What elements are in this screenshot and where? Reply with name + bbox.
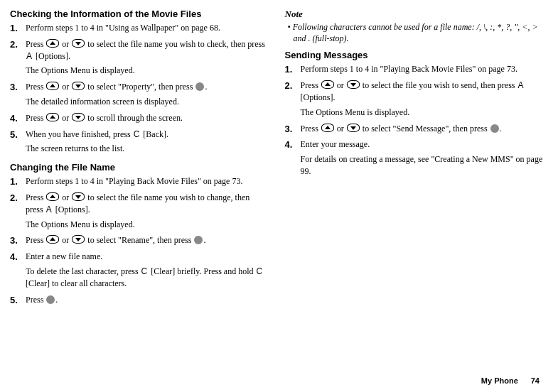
up-key-icon	[46, 192, 59, 201]
down-key-icon	[347, 124, 360, 132]
heading-changing-filename: Changing the File Name	[10, 162, 269, 173]
note-heading: Note	[285, 9, 544, 20]
steps-checking-info: Perform steps 1 to 4 in "Using as Wallpa…	[10, 22, 269, 155]
steps-sending-messages: Perform steps 1 to 4 in "Playing Back Mo…	[285, 63, 544, 177]
step-text: Press	[26, 295, 45, 305]
right-column: Note • Following characters cannot be us…	[285, 7, 544, 312]
step-1: Perform steps 1 to 4 in "Playing Back Mo…	[26, 175, 269, 187]
softkey-c: C	[141, 266, 148, 276]
step-text: to select "Send Message", then press	[360, 124, 490, 134]
step-text: [Options].	[301, 92, 336, 102]
step-text: to select "Property", then press	[85, 82, 195, 92]
center-key-icon	[195, 82, 204, 91]
step-text: or	[60, 39, 71, 49]
step-text: Press	[26, 39, 45, 49]
step-text: .	[203, 235, 205, 245]
step-text: Perform steps 1 to 4 in "Playing Back Mo…	[26, 176, 242, 186]
step-5: When you have finished, press C [Back]. …	[26, 129, 269, 156]
softkey-a: A	[46, 205, 52, 214]
step-text: [Clear] briefly. Press and hold	[149, 266, 255, 276]
up-key-icon	[46, 235, 59, 244]
step-text: [Options].	[33, 51, 70, 61]
down-key-icon	[72, 113, 85, 121]
step-text: Enter a new file name.	[26, 251, 102, 261]
note-text: Following characters cannot be used for …	[293, 22, 538, 43]
step-text: When you have finished, press	[26, 129, 133, 139]
step-text: Press	[26, 82, 45, 92]
step-text: Press	[26, 192, 45, 202]
step-sub: For details on creating a message, see "…	[301, 153, 544, 178]
note-bullet: •	[288, 22, 293, 32]
heading-checking-info: Checking the Information of the Movie Fi…	[10, 9, 269, 19]
down-key-icon	[72, 39, 85, 48]
step-text: Perform steps 1 to 4 in "Playing Back Mo…	[301, 64, 517, 74]
step-text: or	[60, 192, 71, 202]
step-2: Press or to select the file name you wis…	[26, 38, 269, 77]
step-text: or	[60, 235, 71, 245]
step-5: Press .	[26, 294, 269, 306]
center-key-icon	[490, 124, 499, 133]
step-4: Press or to scroll through the screen.	[26, 112, 269, 124]
step-text: or	[60, 82, 71, 92]
up-key-icon	[321, 124, 334, 132]
step-sub: The screen returns to the list.	[26, 143, 269, 155]
steps-changing-filename: Perform steps 1 to 4 in "Playing Back Mo…	[10, 175, 269, 305]
up-key-icon	[321, 80, 334, 89]
step-text: Press	[301, 124, 321, 134]
footer-page-number: 74	[531, 376, 540, 385]
step-text: Press	[26, 235, 45, 245]
footer-section: My Phone	[481, 376, 518, 385]
step-3: Press or to select "Property", then pres…	[26, 81, 269, 108]
down-key-icon	[72, 192, 85, 201]
up-key-icon	[46, 39, 59, 48]
step-text: [Clear] to clear all characters.	[26, 278, 127, 288]
softkey-c: C	[256, 266, 262, 276]
step-text: Press	[301, 80, 321, 90]
up-key-icon	[46, 113, 59, 121]
softkey-a: A	[517, 80, 523, 90]
step-4: Enter your message. For details on creat…	[301, 138, 544, 177]
note-body: • Following characters cannot be used fo…	[285, 21, 544, 44]
heading-sending-messages: Sending Messages	[285, 50, 544, 60]
step-text: or	[60, 113, 71, 123]
step-text: Perform steps 1 to 4 in "Using as Wallpa…	[26, 23, 220, 33]
step-sub: The detailed information screen is displ…	[26, 96, 269, 108]
step-text: to scroll through the screen.	[85, 113, 183, 123]
down-key-icon	[72, 82, 85, 90]
step-3: Press or to select "Send Message", then …	[301, 123, 544, 135]
step-text: [Back].	[141, 129, 168, 139]
center-key-icon	[194, 236, 203, 244]
step-text: .	[55, 295, 58, 305]
step-sub: The Options Menu is displayed.	[26, 65, 269, 77]
step-sub: To delete the last character, press C [C…	[26, 266, 269, 290]
step-1: Perform steps 1 to 4 in "Playing Back Mo…	[301, 63, 544, 75]
step-3: Press or to select "Rename", then press …	[26, 234, 269, 246]
step-4: Enter a new file name. To delete the las…	[26, 251, 269, 289]
step-text: to select the file name you wish to chec…	[85, 39, 265, 49]
page-footer: My Phone74	[481, 376, 540, 385]
step-text: To delete the last character, press	[26, 266, 141, 276]
center-key-icon	[46, 295, 55, 304]
down-key-icon	[347, 80, 360, 89]
step-1: Perform steps 1 to 4 in "Using as Wallpa…	[26, 22, 269, 34]
step-2: Press or to select the file name you wis…	[26, 192, 269, 230]
down-key-icon	[72, 235, 85, 244]
step-text: Enter your message.	[301, 139, 370, 149]
step-sub: The Options Menu is displayed.	[26, 219, 269, 231]
step-sub: The Options Menu is displayed.	[301, 107, 544, 119]
step-text: [Options].	[53, 205, 90, 214]
left-column: Checking the Information of the Movie Fi…	[10, 7, 269, 312]
step-text: or	[335, 80, 346, 90]
step-text: to select the file you wish to send, the…	[360, 80, 517, 90]
step-text: to select "Rename", then press	[85, 235, 193, 245]
step-text: or	[335, 124, 346, 134]
softkey-c: C	[134, 129, 140, 139]
step-text: .	[500, 124, 502, 134]
step-text: Press	[26, 113, 45, 123]
up-key-icon	[46, 82, 59, 90]
step-2: Press or to select the file you wish to …	[301, 80, 544, 118]
step-text: .	[205, 82, 207, 92]
softkey-a: A	[26, 51, 32, 61]
